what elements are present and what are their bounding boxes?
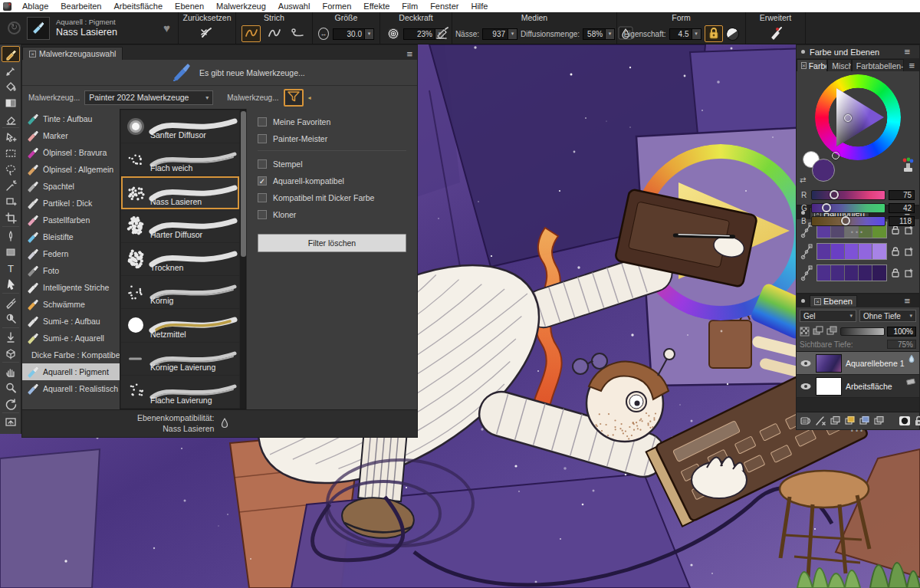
wetness-field[interactable]: 937▾	[482, 28, 518, 40]
more-options-dots[interactable]: •••	[797, 429, 919, 435]
unlock-icon[interactable]	[891, 268, 900, 278]
panel-menu-icon[interactable]: ≡	[904, 60, 919, 71]
harmony-swatch-strip[interactable]	[816, 243, 887, 260]
panel-menu-icon[interactable]: ≡	[899, 46, 915, 57]
slider-track[interactable]	[811, 216, 886, 226]
brush-thumbnail[interactable]	[27, 17, 50, 40]
brush-library-select[interactable]: Painter 2022 Malwerkzeuge▾	[84, 90, 213, 105]
brush-category-item[interactable]: Pastellfarben	[22, 212, 120, 228]
brush-category-item[interactable]: Federn	[22, 245, 120, 262]
harmony-swatch[interactable]	[831, 265, 845, 281]
cloner-tool[interactable]	[2, 294, 20, 310]
tab-brush-selector[interactable]: × Malwerkzeugauswahl	[22, 47, 123, 60]
brush-category-item[interactable]: Partikel : Dick	[22, 195, 120, 212]
menu-auswahl[interactable]: Auswahl	[272, 0, 317, 12]
filter-option[interactable]: Stempel	[258, 156, 406, 172]
channel-value[interactable]: 42	[889, 203, 915, 213]
layer-visibility-eye-icon[interactable]	[800, 359, 812, 368]
close-icon[interactable]: ×	[801, 62, 807, 69]
brush-variant-item[interactable]: Flache Lavierung	[121, 376, 239, 408]
tab-color[interactable]: × Farbe	[797, 59, 827, 71]
blend-mode-select[interactable]: Gel▾	[800, 310, 856, 322]
layer-thumbnail[interactable]	[816, 377, 842, 396]
rectangular-selection-tool[interactable]	[2, 145, 20, 161]
eraser-toggle-icon[interactable]	[724, 26, 740, 41]
layer-commands-icon[interactable]	[800, 416, 812, 428]
checkbox-checked[interactable]: ✓	[258, 176, 267, 186]
checkbox-unchecked[interactable]	[258, 159, 267, 169]
brush-variant-item[interactable]: Netzmittel	[121, 309, 239, 341]
tab-layers[interactable]: × Ebenen	[810, 295, 857, 307]
collapse-dot-icon[interactable]	[801, 50, 805, 54]
new-brushes-banner[interactable]: Es gibt neue Malwerkzeuge...	[22, 60, 417, 86]
transform-tool[interactable]	[2, 193, 20, 209]
layer-opacity-slider[interactable]	[840, 327, 885, 336]
panel-menu-icon[interactable]: ≡	[402, 48, 417, 60]
filter-option[interactable]: Kloner	[258, 206, 406, 223]
slider-handle[interactable]	[841, 216, 850, 225]
filter-option[interactable]: Meine Favoriten	[258, 113, 406, 130]
tab-color-sets[interactable]: Farbtabellen-Bibl	[852, 59, 905, 71]
pickup-underlying-icon[interactable]	[813, 326, 824, 338]
shape-selection-tool[interactable]	[2, 276, 20, 292]
menu-film[interactable]: Film	[396, 0, 424, 12]
layer-mask-icon[interactable]	[899, 416, 911, 428]
harmony-swatch[interactable]	[831, 244, 845, 259]
brush-variant-item[interactable]: Sanfter Diffusor	[121, 110, 239, 143]
menu-ebenen[interactable]: Ebenen	[169, 0, 210, 12]
panel-menu-icon[interactable]: ≡	[899, 295, 915, 307]
brush-category-item[interactable]: Spachtel	[22, 178, 120, 195]
tab-mixer[interactable]: Misch	[827, 59, 852, 71]
restore-default-icon[interactable]	[8, 21, 21, 34]
magic-wand-tool[interactable]	[2, 177, 20, 193]
brush-variant-item[interactable]: Flach weich	[121, 143, 239, 176]
swap-colors-icon[interactable]: ⇄	[800, 176, 806, 184]
harmony-swatch[interactable]	[859, 265, 872, 281]
gradient-tool[interactable]	[2, 94, 20, 110]
slider-handle[interactable]	[830, 190, 839, 199]
depth-mode-select[interactable]: Ohne Tiefe▾	[859, 310, 916, 322]
filter-collapse-icon[interactable]: ◂	[308, 94, 311, 101]
hue-cursor[interactable]	[832, 152, 840, 159]
perspective-grid-tool[interactable]	[2, 345, 20, 361]
brush-category-item[interactable]: Intelligente Striche	[22, 279, 120, 296]
channel-value[interactable]: 118	[889, 216, 915, 226]
brush-category-item[interactable]: Aquarell : Realistisch	[22, 380, 120, 397]
brush-variant-item[interactable]: Trocknen	[121, 243, 239, 275]
menu-effekte[interactable]: Effekte	[357, 0, 396, 12]
checkbox-unchecked[interactable]	[258, 117, 267, 126]
eraser-tool[interactable]	[2, 110, 20, 126]
menu-formen[interactable]: Formen	[316, 0, 357, 12]
text-tool[interactable]: T	[2, 260, 20, 276]
variant-scrollbar[interactable]	[240, 110, 245, 409]
diffusion-field[interactable]: 58%▾	[583, 28, 615, 40]
rectangle-shape-tool[interactable]	[2, 244, 20, 260]
straight-stroke-button[interactable]	[264, 25, 284, 42]
brush-variant-item[interactable]: Nass Lasieren	[121, 176, 239, 209]
size-field[interactable]: 30.0▾	[333, 28, 374, 40]
brush-category-item[interactable]: Aquarell : Pigment	[22, 363, 120, 380]
more-options-dots[interactable]: •••	[797, 228, 919, 238]
filter-option[interactable]: ✓Aquarell-kompatibel	[258, 172, 406, 189]
layer-thumbnail[interactable]	[816, 354, 842, 373]
paint-bucket-tool[interactable]	[2, 78, 20, 94]
brush-tool[interactable]	[2, 46, 20, 62]
layer-visibility-eye-icon[interactable]	[800, 382, 812, 391]
menu-arbeitsfläche[interactable]: Arbeitsfläche	[107, 0, 169, 12]
brush-category-item[interactable]: Ölpinsel : Bravura	[22, 144, 120, 161]
close-icon[interactable]: ×	[29, 51, 36, 57]
layer-name[interactable]: Arbeitsfläche	[846, 382, 892, 391]
menu-ablage[interactable]: Ablage	[16, 0, 54, 12]
clear-filter-button[interactable]: Filter löschen	[258, 234, 406, 252]
restore-default-icon[interactable]	[815, 416, 826, 428]
panel-group-header[interactable]: Farbe und Ebenen ≡	[797, 45, 919, 58]
layer-row[interactable]: Arbeitsfläche	[797, 375, 919, 398]
menu-fenster[interactable]: Fenster	[424, 0, 465, 12]
slider-track[interactable]	[811, 203, 886, 213]
brush-category-item[interactable]: Foto	[22, 262, 120, 279]
brush-category-item[interactable]: Bleistifte	[22, 228, 120, 245]
pen-tool[interactable]	[2, 228, 20, 244]
pickup-underlying-icon2[interactable]	[826, 326, 838, 338]
layer-row[interactable]: Aquarellebene 1	[797, 352, 919, 375]
primary-color-swatch[interactable]	[812, 159, 835, 182]
